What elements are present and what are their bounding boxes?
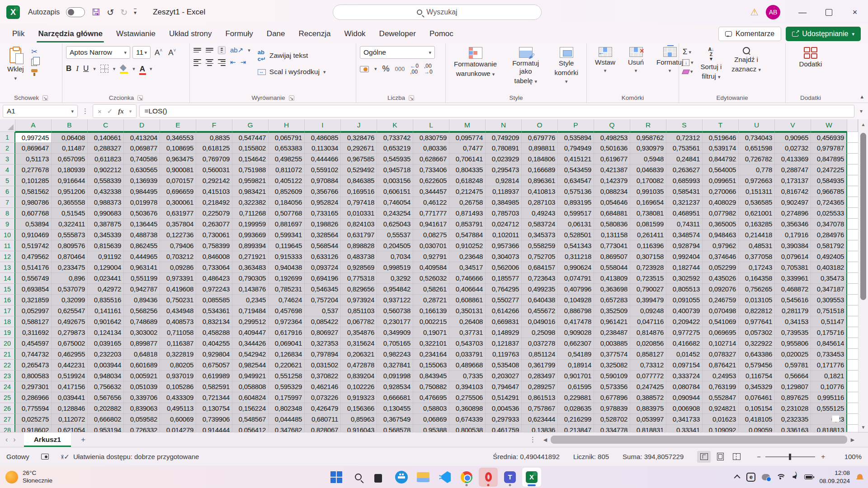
comments-button[interactable]: Komentarze <box>718 27 781 41</box>
cell[interactable]: 0,102011 <box>486 230 522 240</box>
cell[interactable]: 0,551199 <box>124 273 160 284</box>
cell[interactable]: 0,081599 <box>630 219 666 230</box>
cell[interactable]: 0,413369 <box>775 154 811 164</box>
cell[interactable]: 0,468951 <box>666 208 703 219</box>
cell[interactable]: 0,077982 <box>703 208 739 219</box>
cell[interactable]: 0,558259 <box>522 240 558 251</box>
cell[interactable]: 0,394103 <box>449 381 486 392</box>
column-header[interactable]: T <box>703 119 739 132</box>
status-count[interactable]: Licznik: 805 <box>573 453 609 460</box>
cell[interactable]: 0,113034 <box>305 143 341 154</box>
cell[interactable]: 0,851124 <box>522 349 558 360</box>
cell[interactable]: 0,284976 <box>811 230 847 240</box>
cell[interactable]: 0,546345 <box>305 284 341 295</box>
cell[interactable]: 0,734043 <box>739 132 775 143</box>
cell[interactable]: 0,184806 <box>522 154 558 164</box>
cell[interactable]: 0,261411 <box>630 230 666 240</box>
cell[interactable]: 0,901642 <box>88 316 124 327</box>
cell[interactable]: 0,653219 <box>377 143 413 154</box>
cell[interactable]: 0,979787 <box>811 143 847 154</box>
cell[interactable]: 0,232203 <box>88 349 124 360</box>
row-header[interactable]: 1 <box>0 132 15 143</box>
row-header[interactable]: 21 <box>0 349 15 360</box>
column-header[interactable]: E <box>160 119 196 132</box>
cell[interactable]: 0,966785 <box>811 186 847 197</box>
cell[interactable]: 0,599517 <box>558 208 594 219</box>
cell[interactable]: 0,039441 <box>52 392 88 403</box>
cell[interactable]: 0,247225 <box>811 164 847 175</box>
cell[interactable]: 0,32099 <box>52 295 88 305</box>
increase-indent-icon[interactable]: ⇥ <box>241 58 246 66</box>
tab-układ-strony[interactable]: Układ strony <box>162 25 218 42</box>
cell[interactable]: 0,091055 <box>666 295 703 305</box>
cell[interactable]: 0,300061 <box>160 197 196 208</box>
cell[interactable]: 0,542942 <box>232 349 269 360</box>
cell[interactable]: 0,914444 <box>196 425 232 432</box>
row-header[interactable]: 2 <box>0 143 15 154</box>
cell[interactable]: 0,607768 <box>15 208 52 219</box>
column-header[interactable]: B <box>52 119 88 132</box>
cell[interactable]: 0,410813 <box>522 186 558 197</box>
cell[interactable]: 0,363698 <box>594 284 630 295</box>
cell[interactable]: 0,797418 <box>341 197 377 208</box>
clock[interactable]: 12:08 08.09.2024 <box>819 469 850 485</box>
align-center-icon[interactable] <box>206 59 213 66</box>
tab-deweloper[interactable]: Deweloper <box>373 25 423 42</box>
align-top-icon[interactable] <box>193 48 201 52</box>
cell[interactable]: 0,003885 <box>594 338 630 349</box>
cell[interactable]: 0,750882 <box>413 381 449 392</box>
cell[interactable]: 0,764295 <box>486 284 522 295</box>
cell[interactable]: 0,270066 <box>703 186 739 197</box>
fill-button[interactable]: ↓▾ <box>683 59 693 66</box>
cell[interactable]: 0,046839 <box>630 164 666 175</box>
cell[interactable]: 0,413204 <box>124 132 160 143</box>
cell[interactable]: 0,967585 <box>341 154 377 164</box>
row-header[interactable]: 23 <box>0 371 15 381</box>
cell[interactable]: 0,685993 <box>666 175 703 186</box>
column-header[interactable]: C <box>88 119 124 132</box>
cell[interactable]: 0,304073 <box>486 251 522 262</box>
cell[interactable]: 0,909028 <box>558 327 594 338</box>
cell[interactable]: 0,756632 <box>88 381 124 392</box>
cell[interactable]: 0,721344 <box>196 392 232 403</box>
cell[interactable]: 0,756265 <box>739 284 775 295</box>
cell[interactable]: 0,080784 <box>666 381 703 392</box>
comma-style-icon[interactable]: 000 <box>395 66 405 72</box>
cell[interactable]: 0,006908 <box>666 403 703 414</box>
cell[interactable]: 0,514176 <box>15 262 52 273</box>
save-icon[interactable]: 🖫 <box>91 8 100 17</box>
number-format-select[interactable]: Ogólne▾ <box>360 46 435 59</box>
cell[interactable]: 0,192699 <box>269 273 305 284</box>
formula-input[interactable]: =LOS() <box>139 105 854 117</box>
cell[interactable]: 0,058808 <box>232 381 269 392</box>
cell[interactable]: 0,800538 <box>449 425 486 432</box>
cell[interactable]: 0,019978 <box>124 197 160 208</box>
cell[interactable]: 0,617916 <box>269 327 305 338</box>
cell[interactable]: 0,990624 <box>558 262 594 273</box>
cell[interactable]: 0,995116 <box>811 392 847 403</box>
cell[interactable]: 0,805513 <box>666 284 703 295</box>
cell[interactable]: 0,942787 <box>124 284 160 295</box>
decrease-indent-icon[interactable]: ⇤ <box>230 58 236 66</box>
cell[interactable]: 0,156224 <box>232 403 269 414</box>
row-header[interactable]: 13 <box>0 262 15 273</box>
cell[interactable]: 0,444466 <box>305 154 341 164</box>
cell[interactable]: 0,225079 <box>196 208 232 219</box>
cell[interactable]: 0,869647 <box>15 143 52 154</box>
cell[interactable]: 0,618248 <box>449 175 486 186</box>
cell[interactable]: 0,564005 <box>703 164 739 175</box>
cell[interactable]: 0,052299 <box>703 262 739 273</box>
cell[interactable]: 0,488738 <box>124 230 160 240</box>
cell[interactable]: 0,941617 <box>413 219 449 230</box>
cell[interactable]: 0,534361 <box>196 305 232 316</box>
cell[interactable]: 0,363483 <box>232 262 269 273</box>
warning-icon[interactable]: ⚠ <box>750 7 759 18</box>
cell[interactable]: 0,54189 <box>558 349 594 360</box>
cell[interactable]: 0,674339 <box>449 414 486 425</box>
format-as-table-button[interactable]: Formatuj jakotabelę ▾ <box>505 46 546 89</box>
cell[interactable]: 0,696659 <box>160 186 196 197</box>
cell[interactable]: 0,039165 <box>88 338 124 349</box>
column-header[interactable]: K <box>377 119 413 132</box>
cell[interactable]: 0,112072 <box>52 414 88 425</box>
cell[interactable]: 0,916043 <box>341 425 377 432</box>
